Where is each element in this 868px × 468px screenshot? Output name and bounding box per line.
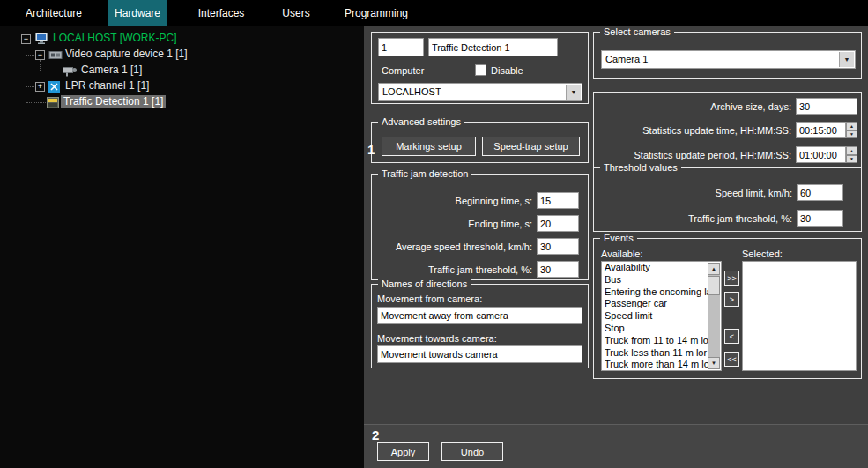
spinner-up-icon[interactable]: ▲ <box>846 122 857 130</box>
field-row: Statistics update period, HH:MM:SS: ▲ ▼ <box>599 146 857 163</box>
stats-update-time-input[interactable] <box>796 122 846 138</box>
undo-button-label: Undo <box>461 447 484 457</box>
list-item[interactable]: Truck from 11 to 14 m lo <box>602 335 708 347</box>
group-title: Advanced settings <box>378 116 464 128</box>
field-row: Archive size, days: <box>599 98 857 115</box>
tab-interfaces[interactable]: Interfaces <box>167 0 275 26</box>
field-label: Average speed threshold, km/h: <box>377 241 532 252</box>
tree-collapse-icon[interactable]: − <box>35 50 45 60</box>
archive-size-input[interactable] <box>796 98 857 115</box>
tree-item-label: LPR channel 1 [1] <box>63 79 152 92</box>
scrollbar[interactable]: ▲ ▼ <box>708 263 720 369</box>
traffic-jam-threshold-input[interactable] <box>537 261 579 278</box>
stats-update-time-field: ▲ ▼ <box>796 122 857 138</box>
scroll-down-icon[interactable]: ▼ <box>708 357 720 369</box>
tree-connector-line <box>41 71 62 71</box>
select-cameras-group: Select cameras Camera 1 ▼ <box>593 32 862 79</box>
average-speed-threshold-input[interactable] <box>537 238 579 255</box>
field-row: Traffic jam threshold, %: <box>599 210 843 227</box>
stats-update-period-field: ▲ ▼ <box>796 146 857 163</box>
undo-button[interactable]: Undo <box>441 442 503 461</box>
tree-collapse-icon[interactable]: − <box>21 34 31 44</box>
available-label: Available: <box>601 249 643 259</box>
field-label: Statistics update period, HH:MM:SS: <box>599 150 791 160</box>
move-left-button[interactable]: < <box>724 329 739 344</box>
move-all-left-button[interactable]: << <box>724 352 739 367</box>
group-title: Names of directions <box>378 279 471 290</box>
annotation-step-1: 1 <box>367 142 375 157</box>
spinner-up-icon[interactable]: ▲ <box>846 146 857 155</box>
names-of-directions-group: Names of directions Movement from camera… <box>371 284 589 368</box>
camera-select[interactable]: Camera 1 ▼ <box>601 50 856 69</box>
tree-item-camera[interactable]: Camera 1 [1] <box>78 63 145 78</box>
object-name-input[interactable] <box>428 38 558 56</box>
list-item[interactable]: Bus <box>602 274 708 286</box>
tree-item-label: Camera 1 [1] <box>78 63 145 76</box>
tree-connector-line <box>40 60 41 71</box>
spinner: ▲ ▼ <box>846 146 857 163</box>
apply-button[interactable]: Apply <box>377 442 429 461</box>
computer-select[interactable]: LOCALHOST ▼ <box>378 83 582 101</box>
stats-update-period-input[interactable] <box>796 146 846 163</box>
tab-architecture[interactable]: Architecture <box>0 0 108 26</box>
tree-item-traffic-detection[interactable]: Traffic Detection 1 [1] <box>61 94 166 109</box>
application-window: Architecture Hardware Interfaces Users P… <box>0 0 868 468</box>
monitor-icon <box>34 32 48 48</box>
field-row: Traffic jam threshold, %: <box>377 261 579 278</box>
list-item[interactable]: Truck more than 14 m lo <box>602 359 708 371</box>
field-label: Archive size, days: <box>599 101 791 112</box>
tab-hardware[interactable]: Hardware <box>108 0 167 26</box>
tree-item-localhost[interactable]: LOCALHOST [WORK-PC] <box>50 31 179 46</box>
move-all-right-button[interactable]: >> <box>724 271 739 286</box>
list-item[interactable]: Stop <box>602 323 708 335</box>
threshold-values-group: Threshold values Speed limit, km/h: Traf… <box>593 167 862 232</box>
tree-item-lpr-channel[interactable]: LPR channel 1 [1] <box>63 78 152 93</box>
lpr-icon <box>48 80 60 96</box>
speed-trap-setup-button[interactable]: Speed-trap setup <box>482 137 580 156</box>
list-item[interactable]: Entering the oncoming la <box>602 286 708 299</box>
markings-setup-button[interactable]: Markings setup <box>382 137 476 156</box>
speed-limit-input[interactable] <box>797 184 843 201</box>
ending-time-input[interactable] <box>537 215 579 232</box>
scroll-up-icon[interactable]: ▲ <box>708 263 720 275</box>
movement-from-camera-input[interactable] <box>377 307 582 324</box>
chevron-down-icon[interactable]: ▼ <box>566 85 581 100</box>
tree-item-label: Traffic Detection 1 [1] <box>61 95 166 108</box>
traffic-jam-detection-group: Traffic jam detection Beginning time, s:… <box>371 174 589 280</box>
tree-connector-line <box>26 102 46 103</box>
list-item[interactable]: Availability <box>602 262 708 274</box>
spinner-down-icon[interactable]: ▼ <box>846 155 857 164</box>
list-item[interactable]: Truck less than 11 m lor <box>602 347 708 360</box>
footer-bar: Apply Undo <box>364 424 868 468</box>
group-title: Traffic jam detection <box>378 168 471 180</box>
tab-programming[interactable]: Programming <box>317 0 435 26</box>
spinner-down-icon[interactable]: ▼ <box>846 130 857 139</box>
field-row: Average speed threshold, km/h: <box>377 238 579 255</box>
disable-checkbox[interactable] <box>475 64 486 76</box>
movement-towards-camera-input[interactable] <box>377 345 582 363</box>
field-label: Traffic jam threshold, %: <box>377 264 532 275</box>
movement-towards-camera-label: Movement towards camera: <box>377 333 497 344</box>
group-title: Select cameras <box>600 26 674 38</box>
field-label: Traffic jam threshold, %: <box>599 213 792 224</box>
beginning-time-input[interactable] <box>537 192 579 209</box>
object-id-input[interactable] <box>378 38 424 56</box>
list-item[interactable]: Passenger car <box>602 298 708 310</box>
selected-events-list[interactable] <box>742 261 857 371</box>
field-row: Ending time, s: <box>377 215 579 232</box>
jam-threshold-input[interactable] <box>797 210 843 227</box>
tree-connector-line <box>26 45 26 102</box>
list-item[interactable]: Speed limit <box>602 310 708 323</box>
available-events-list[interactable]: Availability Bus Entering the oncoming l… <box>601 261 722 371</box>
group-title: Events <box>600 233 637 244</box>
computer-select-value: LOCALHOST <box>382 84 441 100</box>
chevron-down-icon[interactable]: ▼ <box>839 52 854 67</box>
tree-expand-icon[interactable]: + <box>35 82 45 92</box>
advanced-settings-group: Advanced settings Markings setup Speed-t… <box>371 122 589 163</box>
tree-item-video-capture-device[interactable]: Video capture device 1 [1] <box>63 47 190 62</box>
tree-connector-line <box>26 86 34 87</box>
tab-users[interactable]: Users <box>275 0 317 26</box>
disable-label: Disable <box>491 65 523 76</box>
scrollbar-thumb[interactable] <box>708 276 720 295</box>
move-right-button[interactable]: > <box>724 292 739 307</box>
